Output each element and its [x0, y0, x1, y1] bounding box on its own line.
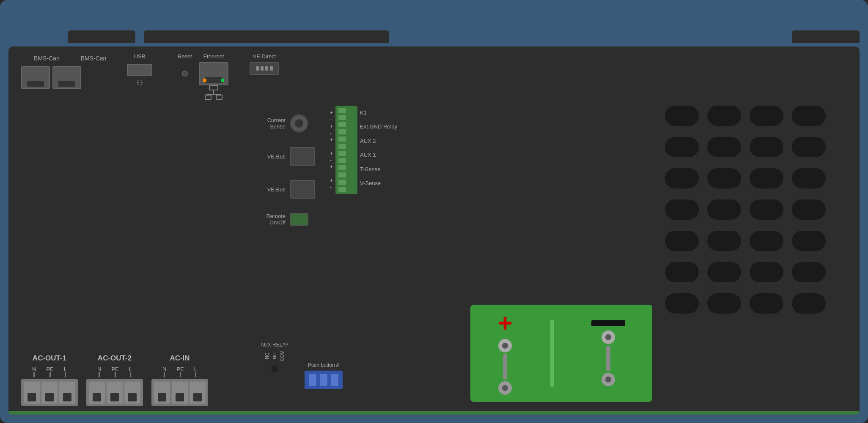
vent-13	[665, 199, 699, 220]
reset-area: Reset	[178, 53, 192, 76]
aux-relay-area: AUX RELAY NC NC COM	[261, 342, 288, 372]
ac-out1-l: L	[64, 366, 67, 372]
ac-in-term-3[interactable]	[190, 382, 206, 404]
bottom-green-bar	[8, 411, 860, 415]
ac-out2-term-3[interactable]	[124, 382, 140, 404]
bms-can-2-port[interactable]	[52, 66, 81, 89]
ac-out2-term-1[interactable]	[89, 382, 105, 404]
pm-11: +	[330, 177, 333, 183]
remote-port[interactable]	[290, 213, 308, 226]
aux-relay-dot	[271, 366, 278, 372]
eth-led-orange	[203, 79, 206, 82]
screw-11[interactable]	[338, 179, 346, 185]
terminal-strip-block-1	[335, 106, 357, 194]
reset-button[interactable]	[182, 71, 188, 76]
pm-8: -	[330, 157, 333, 163]
screw-3[interactable]	[338, 122, 346, 128]
battery-washer-bot-neg	[602, 373, 615, 386]
vent-grid	[661, 101, 847, 402]
ac-out2-term-2[interactable]	[107, 382, 123, 404]
vent-28	[792, 293, 826, 314]
battery-washer-bot-pos	[498, 381, 512, 395]
ethernet-area: Ethernet	[199, 53, 228, 101]
eth-icon-left	[205, 95, 212, 100]
ac-out1-pe: PE	[46, 366, 53, 372]
ac-out1-term-1[interactable]	[24, 382, 40, 404]
top-bar	[0, 0, 868, 46]
battery-positive-bolt	[498, 339, 512, 395]
screw-10[interactable]	[338, 172, 346, 178]
ac-out2-l: L	[129, 366, 132, 372]
ac-out-2-terminals	[86, 379, 143, 406]
screw-5[interactable]	[338, 136, 346, 142]
bms-can-1-port[interactable]	[21, 66, 50, 89]
screw-8[interactable]	[338, 158, 346, 164]
vedirect-pin-2	[261, 66, 264, 71]
battery-positive-terminal: +	[497, 312, 512, 395]
vedirect-pin-4	[270, 66, 273, 71]
ac-out-1-group: AC-OUT-1 N PE L	[21, 354, 78, 406]
top-tab-left	[68, 30, 135, 43]
battery-shaft-pos	[503, 354, 507, 379]
ac-out-2-group: AC-OUT-2 N PE L	[86, 354, 143, 406]
ac-in-pe: PE	[176, 366, 184, 372]
ac-out1-term-3[interactable]	[59, 382, 75, 404]
reset-label: Reset	[178, 53, 192, 60]
current-sense-label: Current Sense	[254, 117, 286, 130]
main-panel: BMS-Can BMS-Can USB ⚇ Reset Ethernet	[8, 46, 860, 415]
aux-nc1-label: NC	[264, 349, 269, 362]
screw-6[interactable]	[338, 143, 346, 149]
vebus-2-row: VE.Bus	[254, 180, 315, 199]
screw-7[interactable]	[338, 150, 346, 156]
screw-4[interactable]	[338, 129, 346, 135]
pm-5: +	[330, 137, 333, 143]
battery-shaft-neg	[606, 346, 610, 371]
push-button-label: Push button A	[308, 362, 340, 368]
vent-20	[792, 231, 826, 251]
relay-labels: K1 Ext.GND Relay AUX 2 AUX 1 T-Sense V-S…	[360, 106, 397, 194]
top-tab-right	[792, 30, 860, 43]
usb-area: USB ⚇	[127, 53, 152, 87]
center-connectors: Current Sense VE.Bus VE.Bus Remote On/Of…	[254, 114, 315, 226]
vedirect-pin-3	[265, 66, 268, 71]
push-button-area: Push button A	[305, 362, 343, 389]
vebus-2-port[interactable]	[290, 180, 315, 199]
ac-out1-term-2[interactable]	[41, 382, 58, 404]
bms-can-1-label: BMS-Can	[34, 55, 60, 62]
screw-12[interactable]	[338, 186, 346, 192]
battery-washer-inner-neg	[605, 334, 611, 340]
ac-in-term-2[interactable]	[172, 382, 188, 404]
vebus-1-port[interactable]	[290, 147, 315, 166]
ac-in-group: AC-IN N PE L	[151, 354, 208, 406]
remote-row: Remote On/Off	[254, 213, 315, 226]
vent-27	[750, 293, 783, 314]
battery-negative-terminal	[591, 320, 625, 386]
battery-washer-inner-pos	[502, 343, 508, 349]
ac-out-1-terminals	[21, 379, 78, 406]
aux-relay-cols: NC NC COM	[264, 349, 285, 362]
ac-in-term-1[interactable]	[154, 382, 170, 404]
battery-washer-top-pos	[498, 339, 512, 352]
ethernet-port[interactable]	[199, 62, 228, 85]
vent-18	[707, 231, 741, 251]
vedirect-port[interactable]	[250, 62, 279, 75]
usb-symbol: ⚇	[136, 78, 143, 87]
pm-4: -	[330, 130, 333, 136]
ac-out1-n: N	[32, 366, 36, 372]
vent-9	[665, 168, 699, 188]
usb-port[interactable]	[127, 64, 152, 76]
push-button-connector[interactable]	[305, 371, 343, 389]
vebus-2-label: VE.Bus	[254, 186, 286, 193]
current-sense-row: Current Sense	[254, 114, 315, 133]
eth-notch	[205, 77, 222, 83]
screw-1[interactable]	[338, 107, 346, 113]
screw-2[interactable]	[338, 115, 346, 120]
current-sense-port[interactable]	[290, 114, 308, 133]
aux-nc2-label: NC	[272, 349, 277, 362]
aux1-label: AUX 1	[360, 152, 397, 158]
vent-7	[750, 137, 783, 157]
vedirect-label: VE.Direct	[253, 53, 276, 60]
vent-6	[707, 137, 741, 157]
screw-9[interactable]	[338, 165, 346, 171]
ac-in-l: L	[194, 366, 197, 372]
